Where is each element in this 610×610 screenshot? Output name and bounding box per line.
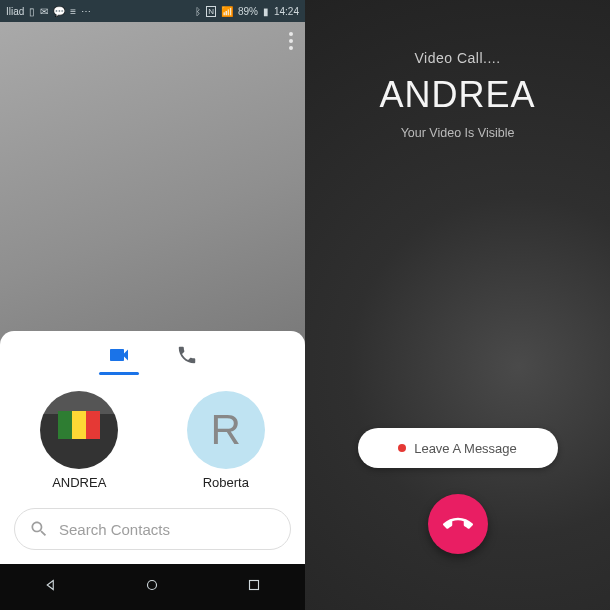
flag-icon — [58, 411, 100, 439]
video-tab[interactable] — [105, 343, 133, 371]
signal-icon: 📶 — [221, 6, 233, 17]
phone-icon — [176, 344, 198, 366]
avatar-letter: R — [211, 406, 241, 454]
notif-icon: ▯ — [29, 6, 35, 17]
contact-name-label: ANDREA — [52, 475, 106, 490]
call-type-tabs — [8, 343, 297, 377]
record-icon — [398, 444, 406, 452]
audio-tab[interactable] — [173, 343, 201, 371]
search-placeholder: Search Contacts — [59, 521, 170, 538]
bottom-sheet: ANDREA R Roberta Search Contacts — [0, 331, 305, 564]
avatar: R — [187, 391, 265, 469]
call-status-label: Video Call.... — [414, 50, 500, 66]
status-left: Iliad ▯ ✉ 💬 ≡ ⋯ — [6, 6, 91, 17]
more-notif-icon: ⋯ — [81, 6, 91, 17]
battery-icon: ▮ — [263, 6, 269, 17]
recents-button[interactable] — [245, 576, 263, 598]
svg-point-0 — [148, 581, 157, 590]
search-input[interactable]: Search Contacts — [14, 508, 291, 550]
chat-icon: 💬 — [53, 6, 65, 17]
camera-preview — [0, 22, 305, 341]
leave-message-button[interactable]: Leave A Message — [358, 428, 558, 468]
clock-label: 14:24 — [274, 6, 299, 17]
hang-up-icon — [443, 509, 473, 539]
contacts-row: ANDREA R Roberta — [8, 377, 297, 498]
bluetooth-icon: ᛒ — [195, 6, 201, 17]
hang-up-button[interactable] — [428, 494, 488, 554]
home-button[interactable] — [143, 576, 161, 598]
contacts-pane: Iliad ▯ ✉ 💬 ≡ ⋯ ᛒ N 📶 89% ▮ 14:24 — [0, 0, 305, 610]
android-navbar — [0, 564, 305, 610]
nfc-icon: N — [206, 6, 216, 17]
msg-icon: ✉ — [40, 6, 48, 17]
avatar — [40, 391, 118, 469]
status-bar: Iliad ▯ ✉ 💬 ≡ ⋯ ᛒ N 📶 89% ▮ 14:24 — [0, 0, 305, 22]
outgoing-call-pane: Video Call.... ANDREA Your Video Is Visi… — [305, 0, 610, 610]
contact-roberta[interactable]: R Roberta — [165, 391, 288, 490]
bars-icon: ≡ — [70, 6, 76, 17]
caller-name: ANDREA — [379, 74, 535, 116]
status-right: ᛒ N 📶 89% ▮ 14:24 — [195, 6, 299, 17]
carrier-label: Iliad — [6, 6, 24, 17]
search-icon — [29, 519, 49, 539]
video-icon — [107, 343, 131, 367]
overflow-menu-icon[interactable] — [289, 32, 293, 50]
video-visibility-label: Your Video Is Visible — [401, 126, 515, 140]
leave-message-label: Leave A Message — [414, 441, 517, 456]
svg-rect-1 — [250, 581, 259, 590]
back-button[interactable] — [42, 576, 60, 598]
contact-name-label: Roberta — [203, 475, 249, 490]
contact-andrea[interactable]: ANDREA — [18, 391, 141, 490]
battery-label: 89% — [238, 6, 258, 17]
